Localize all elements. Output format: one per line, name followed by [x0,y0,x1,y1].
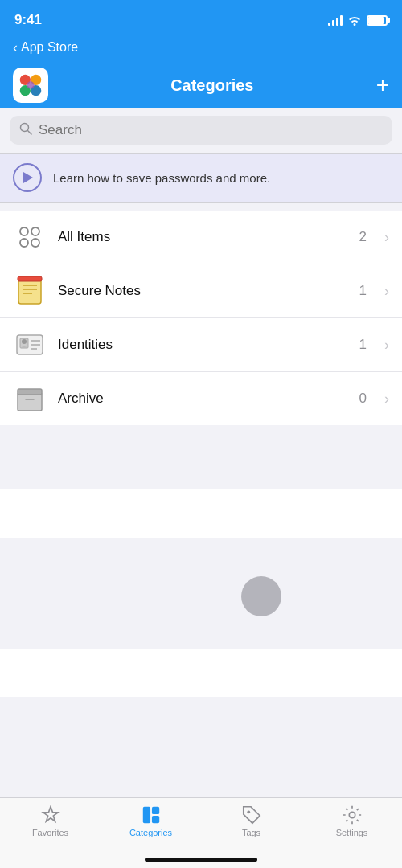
list-item[interactable]: All Items 2 › [0,211,402,264]
secure-notes-icon [13,274,47,308]
archive-count: 0 [359,391,367,407]
search-icon [19,122,32,138]
svg-point-9 [20,239,28,247]
status-icons [328,14,388,26]
home-indicator [145,858,257,862]
svg-point-18 [22,339,27,344]
main-scroll: Learn how to save passwords and more. Al… [0,116,402,868]
identities-chevron-icon: › [384,337,389,354]
floating-dot [241,576,281,616]
svg-rect-25 [142,807,150,823]
status-bar: 9:41 [0,0,402,35]
app-logo [13,68,48,103]
nav-back-bar: ‹ App Store [0,35,402,63]
tab-tags[interactable]: Tags [201,805,302,837]
identities-icon [13,328,47,362]
svg-rect-15 [18,276,42,281]
archive-chevron-icon: › [384,391,389,407]
back-chevron-icon: ‹ [13,40,18,55]
search-input[interactable] [39,122,383,138]
list-item[interactable]: Archive 0 › [0,372,402,425]
list-item[interactable]: Identities 1 › [0,318,402,372]
all-items-count: 2 [359,229,367,245]
all-items-chevron-icon: › [384,229,389,246]
nav-bar: Categories + [0,63,402,108]
svg-rect-26 [151,807,158,814]
svg-point-4 [27,81,35,89]
promo-text: Learn how to save passwords and more. [53,171,270,185]
search-bar [10,116,392,145]
svg-rect-27 [151,816,158,823]
add-button[interactable]: + [376,74,389,96]
all-items-label: All Items [58,229,348,245]
wifi-icon [347,14,362,26]
promo-play-button[interactable] [13,163,42,192]
svg-point-10 [31,239,39,247]
back-label: App Store [21,40,78,55]
secure-notes-label: Secure Notes [58,283,348,299]
secure-notes-chevron-icon: › [384,283,389,300]
battery-icon [367,15,388,26]
svg-point-28 [247,810,250,813]
list-item[interactable]: Secure Notes 1 › [0,264,402,318]
tab-settings-label: Settings [336,828,368,837]
svg-rect-22 [18,393,42,411]
promo-banner[interactable]: Learn how to save passwords and more. [0,153,402,203]
tab-tags-label: Tags [242,828,260,837]
secure-notes-count: 1 [359,283,367,299]
identities-label: Identities [58,337,348,353]
tab-categories[interactable]: Categories [100,805,201,837]
tab-favorites[interactable]: Favorites [0,805,100,837]
tab-settings[interactable]: Settings [302,805,402,837]
all-items-icon [13,220,47,254]
archive-icon [13,382,47,416]
back-button[interactable]: ‹ App Store [13,40,78,55]
page-title: Categories [170,76,253,95]
svg-rect-11 [18,278,41,304]
svg-point-8 [31,227,39,235]
identities-count: 1 [359,337,367,353]
signal-icon [328,14,343,26]
svg-line-6 [28,131,32,135]
archive-label: Archive [58,391,348,407]
tab-categories-label: Categories [129,828,172,837]
svg-rect-23 [18,389,42,395]
svg-point-29 [349,812,355,817]
logo-icon [15,70,46,100]
tab-favorites-label: Favorites [32,828,68,837]
status-time: 9:41 [14,12,42,28]
svg-point-7 [20,227,28,235]
category-list: All Items 2 › Secure Notes 1 › [0,211,402,425]
